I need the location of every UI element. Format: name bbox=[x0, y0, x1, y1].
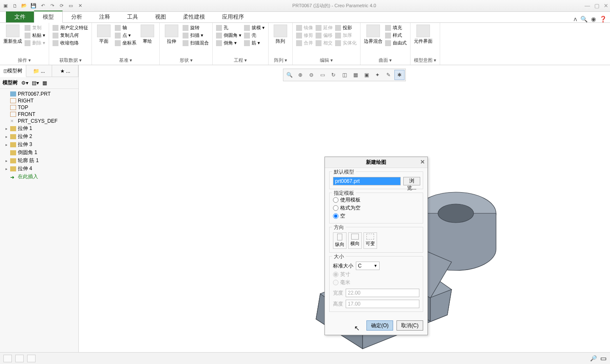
pattern-button[interactable]: 阵列 bbox=[272, 25, 289, 44]
tab-favorites[interactable]: ★ ... bbox=[52, 65, 78, 77]
hole-button[interactable]: 孔 bbox=[216, 25, 241, 31]
user-feature-button[interactable]: 用户定义特征 bbox=[53, 25, 88, 31]
spin-icon[interactable]: ↻ bbox=[328, 70, 338, 80]
undo-icon[interactable]: ↶ bbox=[39, 2, 47, 10]
tree-node[interactable]: PRT0067.PRT bbox=[0, 91, 78, 97]
tree-filter-icon[interactable]: ▦ bbox=[42, 80, 47, 86]
tab-model[interactable]: 模型 bbox=[34, 11, 63, 23]
tree-node[interactable]: ⤬PRT_CSYS_DEF bbox=[0, 118, 78, 124]
perspective-icon[interactable]: ✦ bbox=[372, 70, 383, 80]
style-button[interactable]: 样式 bbox=[385, 32, 407, 39]
std-size-select[interactable]: C▼ bbox=[356, 262, 380, 270]
settings-icon[interactable]: ◉ bbox=[591, 16, 596, 22]
tree-node[interactable]: RIGHT bbox=[0, 97, 78, 104]
plane-button[interactable]: 平面 bbox=[95, 25, 112, 44]
fill-button[interactable]: 填充 bbox=[385, 25, 407, 31]
use-template-radio[interactable] bbox=[333, 197, 338, 203]
view-mgr-icon[interactable]: ▣ bbox=[361, 70, 372, 80]
regen-icon[interactable]: ⟳ bbox=[58, 2, 65, 10]
boundary-blend-button[interactable]: 边界混合 bbox=[364, 25, 383, 44]
group-surface[interactable]: 曲面 ▾ bbox=[364, 56, 407, 65]
display-style-icon[interactable]: ◫ bbox=[339, 70, 349, 80]
browse-button[interactable]: 浏览... bbox=[403, 177, 420, 185]
rib-button[interactable]: 筋 ▾ bbox=[244, 40, 265, 46]
freestyle-button[interactable]: 自由式 bbox=[385, 40, 407, 46]
datum-display-icon[interactable]: ✱ bbox=[394, 70, 405, 80]
tab-flex[interactable]: 柔性建模 bbox=[175, 11, 214, 22]
shrinkwrap-button[interactable]: 收缩包络 bbox=[53, 40, 88, 46]
cancel-button[interactable]: 取消(C) bbox=[396, 320, 423, 331]
format-empty-radio[interactable] bbox=[333, 205, 338, 211]
tree-show-icon[interactable]: ▤▾ bbox=[32, 80, 39, 86]
point-button[interactable]: 点 ▾ bbox=[115, 32, 136, 39]
status-filter-icon[interactable] bbox=[15, 355, 24, 362]
tab-folder-browser[interactable]: 📁 ... bbox=[26, 65, 53, 77]
new-icon[interactable]: 🗋 bbox=[11, 2, 19, 10]
group-intent[interactable]: 模型意图 ▾ bbox=[414, 56, 436, 65]
tree-node[interactable]: ▸拉伸 2 bbox=[0, 132, 78, 141]
redo-icon[interactable]: ↷ bbox=[48, 2, 56, 10]
tree-node[interactable]: ➜在此插入 bbox=[0, 173, 78, 181]
csys-button[interactable]: 坐标系 bbox=[115, 40, 136, 46]
paste-button[interactable]: 粘贴 ▾ bbox=[25, 32, 45, 39]
tab-file[interactable]: 文件 bbox=[6, 11, 34, 22]
help-icon[interactable]: ❓ bbox=[599, 16, 607, 22]
revolve-button[interactable]: 旋转 bbox=[183, 25, 209, 31]
search-icon[interactable]: 🔍 bbox=[580, 16, 588, 22]
chamfer-button[interactable]: 倒角 ▾ bbox=[216, 40, 241, 46]
close-win-icon[interactable]: ✕ bbox=[76, 2, 84, 10]
sweep-blend-button[interactable]: 扫描混合 bbox=[183, 40, 209, 46]
copy-geom-button[interactable]: 复制几何 bbox=[53, 32, 88, 39]
variable-button[interactable]: 可变 bbox=[363, 232, 377, 249]
project-button[interactable]: 投影 bbox=[335, 25, 357, 31]
sweep-button[interactable]: 扫描 ▾ bbox=[183, 32, 209, 39]
saved-views-icon[interactable]: ▦ bbox=[350, 70, 360, 80]
tab-annotate[interactable]: 注释 bbox=[91, 11, 119, 22]
round-button[interactable]: 倒圆角 ▾ bbox=[216, 32, 241, 39]
tree-node[interactable]: FRONT bbox=[0, 111, 78, 118]
zoom-fit-icon[interactable]: ⊖ bbox=[306, 70, 316, 80]
group-datum[interactable]: 基准 ▾ bbox=[95, 56, 156, 65]
tree-node[interactable]: ▸拉伸 1 bbox=[0, 124, 78, 132]
tree-node[interactable]: TOP bbox=[0, 104, 78, 111]
portrait-button[interactable]: 纵向 bbox=[333, 232, 347, 249]
ribbon-collapse-icon[interactable]: ʌ bbox=[574, 16, 577, 22]
maximize-icon[interactable]: ▢ bbox=[594, 3, 599, 9]
minimize-icon[interactable]: — bbox=[585, 3, 590, 9]
status-selection-icon[interactable] bbox=[3, 355, 12, 362]
tab-tools[interactable]: 工具 bbox=[119, 11, 147, 22]
annotations-icon[interactable]: ✎ bbox=[383, 70, 394, 80]
group-shape[interactable]: 形状 ▾ bbox=[163, 56, 209, 65]
group-getdata[interactable]: 获取数据 ▾ bbox=[53, 56, 88, 65]
group-pattern[interactable]: 阵列 ▾ bbox=[272, 56, 289, 65]
tab-apps[interactable]: 应用程序 bbox=[214, 11, 252, 22]
tab-analysis[interactable]: 分析 bbox=[63, 11, 91, 22]
landscape-button[interactable]: 横向 bbox=[348, 232, 362, 249]
tree-settings-icon[interactable]: ⚙▾ bbox=[21, 80, 28, 86]
graphics-area[interactable]: 🔍 ⊕ ⊖ ▭ ↻ ◫ ▦ ▣ ✦ ✎ ✱ bbox=[79, 65, 610, 352]
windows-icon[interactable]: ▭ bbox=[67, 2, 75, 10]
close-icon[interactable]: ✕ bbox=[604, 3, 608, 9]
tree-node[interactable]: ▸拉伸 3 bbox=[0, 141, 78, 149]
axis-button[interactable]: 轴 bbox=[115, 25, 136, 31]
shell-button[interactable]: 壳 bbox=[244, 32, 265, 39]
save-icon[interactable]: 💾 bbox=[30, 2, 37, 10]
zoom-in-icon[interactable]: 🔍 bbox=[284, 70, 294, 80]
group-edit[interactable]: 编辑 ▾ bbox=[296, 56, 357, 65]
refit-icon[interactable]: ▭ bbox=[317, 70, 327, 80]
tab-model-tree[interactable]: ◫ 模型树 bbox=[0, 65, 26, 77]
default-model-input[interactable] bbox=[333, 177, 401, 185]
tab-view[interactable]: 视图 bbox=[147, 11, 175, 22]
group-engineering[interactable]: 工程 ▾ bbox=[216, 56, 265, 65]
open-icon[interactable]: 📂 bbox=[20, 2, 28, 10]
status-trail-icon[interactable] bbox=[27, 355, 36, 362]
component-interface-button[interactable]: 元件界面 bbox=[414, 25, 433, 44]
draft-button[interactable]: 拔模 ▾ bbox=[244, 25, 265, 31]
find-icon[interactable]: 🔎 bbox=[590, 355, 597, 361]
ok-button[interactable]: 确定(O) bbox=[366, 320, 393, 331]
tree-node[interactable]: 倒圆角 1 bbox=[0, 149, 78, 157]
empty-radio[interactable] bbox=[333, 213, 338, 219]
geometry-icon[interactable]: ▭ bbox=[600, 354, 607, 362]
group-operate[interactable]: 操作 ▾ bbox=[3, 56, 45, 65]
extrude-button[interactable]: 拉伸 bbox=[163, 25, 180, 44]
